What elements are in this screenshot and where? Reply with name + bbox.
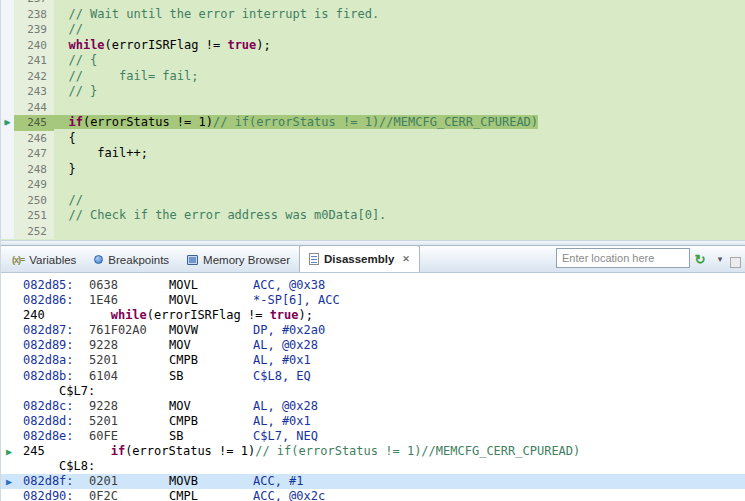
code-line-text: //: [54, 22, 83, 36]
view-menu-button[interactable]: ▾: [711, 250, 729, 268]
disasm-margin[interactable]: [1, 278, 17, 293]
disassembly-row[interactable]: ▶082d8f:0201MOVBACC, #1: [1, 474, 745, 489]
location-input[interactable]: [556, 248, 690, 268]
editor-ruler[interactable]: [1, 69, 14, 85]
code-text[interactable]: [54, 177, 745, 193]
editor-ruler[interactable]: [1, 208, 14, 224]
line-number: 250: [14, 193, 54, 209]
disasm-address: 082d87:: [23, 323, 89, 338]
text-token: // if(errorStatus != 1)//MEMCFG_CERR_CPU…: [255, 444, 580, 458]
editor-ruler[interactable]: [1, 38, 14, 54]
disasm-margin[interactable]: [1, 353, 17, 368]
code-text[interactable]: // Wait until the error interrupt is fir…: [54, 7, 745, 23]
editor-ruler[interactable]: [1, 131, 14, 147]
editor-line[interactable]: 246 {: [1, 131, 745, 147]
editor-line[interactable]: 250 //: [1, 193, 745, 209]
panel-control-icon[interactable]: [730, 257, 741, 268]
code-text[interactable]: {: [54, 131, 745, 147]
editor-line[interactable]: ▶245 if(errorStatus != 1)// if(errorStat…: [1, 115, 745, 131]
code-line-text: if(errorStatus != 1)// if(errorStatus !=…: [54, 115, 538, 129]
pc-arrow-icon[interactable]: ▶: [1, 474, 17, 489]
code-text[interactable]: fail++;: [54, 146, 745, 162]
disassembly-view[interactable]: 082d85:0638MOVLACC, @0x38082d86:1E46MOVL…: [1, 273, 745, 501]
close-icon[interactable]: ✕: [402, 254, 410, 264]
editor-line[interactable]: 247 fail++;: [1, 146, 745, 162]
tab-breakpoints[interactable]: Breakpoints: [85, 247, 178, 272]
tab-variables[interactable]: (x)= Variables: [3, 247, 85, 272]
disasm-operands: AL, #0x1: [253, 353, 311, 367]
disasm-margin[interactable]: [1, 308, 17, 323]
disasm-operands: C$L7, NEQ: [253, 429, 318, 443]
disasm-margin[interactable]: [1, 399, 17, 414]
code-text[interactable]: }: [54, 162, 745, 178]
text-token: if: [68, 115, 82, 129]
editor-ruler[interactable]: [1, 100, 14, 116]
editor-line[interactable]: 238 // Wait until the error interrupt is…: [1, 7, 745, 23]
editor-ruler[interactable]: [1, 53, 14, 69]
tab-memory-browser[interactable]: Memory Browser: [178, 247, 299, 272]
source-pc-arrow-icon[interactable]: ▶: [1, 444, 17, 459]
disassembly-row[interactable]: 082d8d:5201CMPBAL, #0x1: [1, 414, 745, 429]
disasm-margin[interactable]: [1, 414, 17, 429]
editor-line[interactable]: 251 // Check if the error address was m0…: [1, 208, 745, 224]
disassembly-row[interactable]: 082d8b:6104SBC$L8, EQ: [1, 369, 745, 384]
disassembly-row[interactable]: 082d86:1E46MOVL*-SP[6], ACC: [1, 293, 745, 308]
text-token: {: [54, 131, 76, 145]
disasm-margin[interactable]: [1, 323, 17, 338]
instruction-pointer-icon[interactable]: ▶: [1, 115, 14, 131]
disassembly-row[interactable]: C$L8:: [1, 459, 745, 474]
disassembly-row[interactable]: 240 while(errorISRFlag != true);: [1, 308, 745, 323]
disassembly-row[interactable]: 082d8c:9228MOVAL, @0x28: [1, 399, 745, 414]
editor-line[interactable]: 249: [1, 177, 745, 193]
editor-line[interactable]: 239 //: [1, 22, 745, 38]
editor-line[interactable]: 240 while(errorISRFlag != true);: [1, 38, 745, 54]
code-text[interactable]: if(errorStatus != 1)// if(errorStatus !=…: [54, 115, 745, 131]
refresh-button[interactable]: ↻: [691, 250, 709, 268]
code-text[interactable]: // Check if the error address was m0Data…: [54, 208, 745, 224]
disasm-margin[interactable]: [1, 369, 17, 384]
disassembly-row[interactable]: 082d89:9228MOVAL, @0x28: [1, 338, 745, 353]
editor-ruler[interactable]: [1, 146, 14, 162]
disasm-margin[interactable]: [1, 293, 17, 308]
disasm-margin[interactable]: [1, 459, 17, 474]
disasm-mnemonic: SB: [169, 369, 253, 384]
memory-icon: [187, 255, 198, 265]
disasm-margin[interactable]: [1, 384, 17, 399]
code-text[interactable]: //: [54, 193, 745, 209]
code-text[interactable]: // }: [54, 84, 745, 100]
disasm-margin[interactable]: [1, 489, 17, 501]
line-number: 240: [14, 38, 54, 54]
editor-ruler[interactable]: [1, 193, 14, 209]
disassembly-row[interactable]: 082d8e:60FESBC$L7, NEQ: [1, 429, 745, 444]
disassembly-row[interactable]: ▶245 if(errorStatus != 1)// if(errorStat…: [1, 444, 745, 459]
editor-ruler[interactable]: [1, 22, 14, 38]
editor-line[interactable]: 243 // }: [1, 84, 745, 100]
disasm-opcode: 0F2C: [89, 489, 169, 501]
editor-line[interactable]: 242 // fail= fail;: [1, 69, 745, 85]
disasm-margin[interactable]: [1, 338, 17, 353]
editor-ruler[interactable]: [1, 162, 14, 178]
editor-lines: 237238 // Wait until the error interrupt…: [1, 0, 745, 239]
code-text[interactable]: // fail= fail;: [54, 69, 745, 85]
tab-disassembly[interactable]: Disassembly ✕: [299, 245, 420, 272]
code-text[interactable]: //: [54, 22, 745, 38]
code-text[interactable]: [54, 224, 745, 240]
editor-ruler[interactable]: [1, 84, 14, 100]
source-editor[interactable]: 237238 // Wait until the error interrupt…: [1, 0, 745, 240]
editor-ruler[interactable]: [1, 224, 14, 240]
disassembly-row[interactable]: C$L7:: [1, 384, 745, 399]
code-text[interactable]: while(errorISRFlag != true);: [54, 38, 745, 54]
editor-line[interactable]: 241 // {: [1, 53, 745, 69]
code-text[interactable]: [54, 100, 745, 116]
editor-ruler[interactable]: [1, 177, 14, 193]
disassembly-row[interactable]: 082d87:761F02A0MOVWDP, #0x2a0: [1, 323, 745, 338]
disasm-margin[interactable]: [1, 429, 17, 444]
disassembly-row[interactable]: 082d85:0638MOVLACC, @0x38: [1, 278, 745, 293]
disassembly-row[interactable]: 082d8a:5201CMPBAL, #0x1: [1, 353, 745, 368]
disassembly-row[interactable]: 082d90:0F2CCMPLACC, @0x2c: [1, 489, 745, 501]
editor-line[interactable]: 244: [1, 100, 745, 116]
editor-line[interactable]: 248 }: [1, 162, 745, 178]
editor-line[interactable]: 252: [1, 224, 745, 240]
editor-ruler[interactable]: [1, 7, 14, 23]
code-text[interactable]: // {: [54, 53, 745, 69]
